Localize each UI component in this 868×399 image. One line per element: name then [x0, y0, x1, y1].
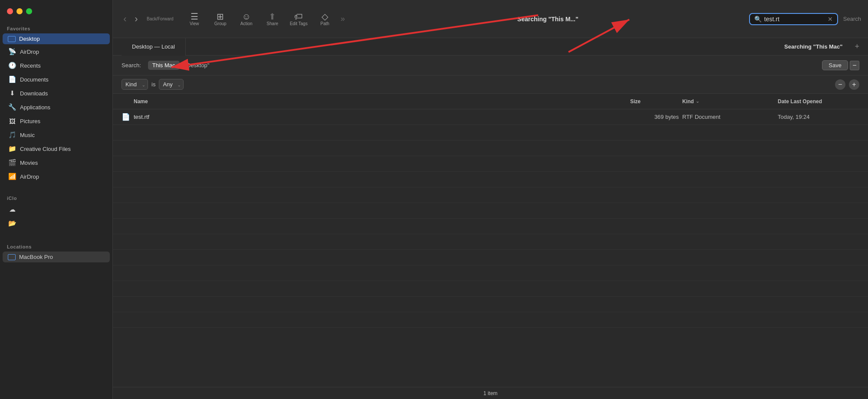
save-area: Save −: [822, 60, 859, 70]
close-button[interactable]: [7, 8, 13, 14]
icloud-drive-icon: 📂: [8, 219, 16, 228]
sidebar-item-airdrop[interactable]: 📡 AirDrop: [3, 45, 110, 58]
sidebar-item-documents-label: Documents: [20, 76, 49, 83]
sidebar-item-airdrop2[interactable]: 📶 AirDrop: [3, 170, 110, 183]
airdrop-icon: 📡: [8, 47, 16, 56]
sidebar-item-downloads-label: Downloads: [20, 90, 48, 97]
sidebar-item-pictures-label: Pictures: [20, 118, 40, 124]
save-button[interactable]: Save: [822, 60, 848, 70]
search-box[interactable]: 🔍 ✕: [749, 13, 838, 25]
file-name-cell: 📄 test.rtf: [116, 113, 630, 121]
size-column-label: Size: [630, 98, 641, 105]
search-scope-label: Search:: [122, 62, 141, 69]
sidebar-item-macbook[interactable]: MacBook Pro: [3, 252, 110, 262]
file-list: 📄 test.rtf 369 bytes RTF Document Today,…: [113, 109, 868, 387]
sidebar-item-creative-cloud[interactable]: 📁 Creative Cloud Files: [3, 142, 110, 155]
forward-icon: ›: [135, 14, 138, 24]
any-filter-wrapper: Any: [159, 79, 184, 90]
desktop-icon: [8, 36, 16, 42]
kind-column-label: Kind: [682, 98, 694, 105]
favorites-section-title: Favorites: [0, 23, 112, 33]
sidebar-item-desktop[interactable]: Desktop: [3, 33, 110, 44]
column-header-date[interactable]: Date Last Opened: [778, 98, 865, 105]
sidebar-item-documents[interactable]: 📄 Documents: [3, 73, 110, 86]
pictures-icon: 🖼: [8, 117, 16, 125]
view-button[interactable]: ☰ View: [182, 10, 207, 29]
empty-row-12: [113, 297, 868, 312]
remove-filter-button[interactable]: −: [835, 79, 845, 90]
share-icon: ⬆: [269, 12, 276, 21]
edit-tags-button[interactable]: 🏷 Edit Tags: [286, 10, 311, 29]
empty-row-10: [113, 265, 868, 281]
music-icon: 🎵: [8, 131, 16, 139]
main-content: ‹ › Back/Forward ☰ View ⊞ Group ☺ Actio: [113, 0, 868, 399]
sidebar-item-recents[interactable]: 🕐 Recents: [3, 59, 110, 72]
clear-search-button[interactable]: ✕: [828, 16, 833, 23]
sidebar-item-applications-label: Applications: [20, 104, 50, 111]
back-forward-nav: ‹ ›: [120, 12, 141, 26]
empty-row-6: [113, 203, 868, 219]
add-tab-button[interactable]: +: [855, 42, 859, 51]
action-icon: ☺: [242, 12, 250, 21]
share-group: ⬆ Share: [260, 10, 285, 29]
any-filter-select[interactable]: Any: [159, 79, 184, 90]
this-mac-scope-button[interactable]: This Mac: [148, 61, 180, 70]
search-toolbar-label: Search: [843, 16, 861, 22]
path-icon: ◇: [322, 12, 328, 21]
remove-search-button[interactable]: −: [850, 61, 859, 70]
toolbar: ‹ › Back/Forward ☰ View ⊞ Group ☺ Actio: [113, 0, 868, 38]
empty-row-7: [113, 219, 868, 234]
sidebar-item-pictures[interactable]: 🖼 Pictures: [3, 114, 110, 128]
file-kind-cell: RTF Document: [682, 114, 778, 120]
sidebar-item-movies-label: Movies: [20, 160, 38, 166]
add-filter-button[interactable]: +: [849, 79, 859, 90]
file-date-cell: Today, 19:24: [778, 114, 865, 120]
sidebar-item-recents-label: Recents: [20, 62, 41, 69]
creative-cloud-icon: 📁: [8, 144, 16, 153]
group-button[interactable]: ⊞ Group: [208, 10, 233, 29]
forward-button[interactable]: ›: [131, 12, 141, 26]
desktop-scope-button[interactable]: "Desktop": [185, 62, 210, 69]
column-headers: Name Size Kind ⌄ Date Last Opened: [113, 94, 868, 109]
search-label-group: Search: [843, 16, 861, 22]
sidebar-item-movies[interactable]: 🎬 Movies: [3, 156, 110, 169]
locations-section-title: Locations: [0, 239, 112, 251]
sidebar-item-downloads[interactable]: ⬇ Downloads: [3, 87, 110, 100]
breadcrumb-tab-searching[interactable]: [186, 38, 784, 56]
action-button[interactable]: ☺ Action: [234, 10, 259, 29]
kind-filter-select[interactable]: Kind: [122, 79, 148, 90]
name-column-label: Name: [134, 98, 148, 105]
sidebar-item-applications[interactable]: 🔧 Applications: [3, 101, 110, 114]
action-group: ☺ Action: [234, 10, 259, 29]
breadcrumb-tab-desktop[interactable]: Desktop — Local: [122, 38, 186, 56]
documents-icon: 📄: [8, 75, 16, 84]
sidebar-item-icloud[interactable]: ☁: [3, 203, 110, 216]
empty-row-13: [113, 312, 868, 328]
movies-icon: 🎬: [8, 158, 16, 167]
column-header-size[interactable]: Size: [630, 98, 682, 105]
file-row[interactable]: 📄 test.rtf 369 bytes RTF Document Today,…: [113, 109, 868, 125]
search-icon: 🔍: [754, 16, 762, 23]
filter-is-label: is: [151, 81, 155, 88]
column-header-name[interactable]: Name: [116, 98, 630, 105]
action-label: Action: [240, 22, 253, 26]
path-button[interactable]: ◇ Path: [313, 10, 337, 29]
sidebar-item-macbook-label: MacBook Pro: [19, 254, 53, 260]
back-icon: ‹: [123, 14, 126, 24]
share-button[interactable]: ⬆ Share: [260, 10, 285, 29]
file-size-cell: 369 bytes: [630, 114, 682, 120]
minimize-button[interactable]: [16, 8, 23, 14]
breadcrumb-bar: Desktop — Local Searching "This Mac" +: [113, 38, 868, 56]
empty-row-4: [113, 172, 868, 187]
icloud-icon: ☁: [8, 205, 16, 214]
path-label: Path: [320, 22, 329, 26]
sidebar: Favorites Desktop 📡 AirDrop 🕐 Recents 📄 …: [0, 0, 113, 399]
column-header-kind[interactable]: Kind ⌄: [682, 98, 778, 105]
maximize-button[interactable]: [26, 8, 32, 14]
back-button[interactable]: ‹: [120, 12, 130, 26]
sidebar-item-music[interactable]: 🎵 Music: [3, 128, 110, 141]
sidebar-item-icloud-drive[interactable]: 📂: [3, 217, 110, 230]
view-group: ☰ View: [182, 10, 207, 29]
window-title: Searching "This M...": [517, 16, 579, 23]
search-input[interactable]: [764, 16, 825, 23]
